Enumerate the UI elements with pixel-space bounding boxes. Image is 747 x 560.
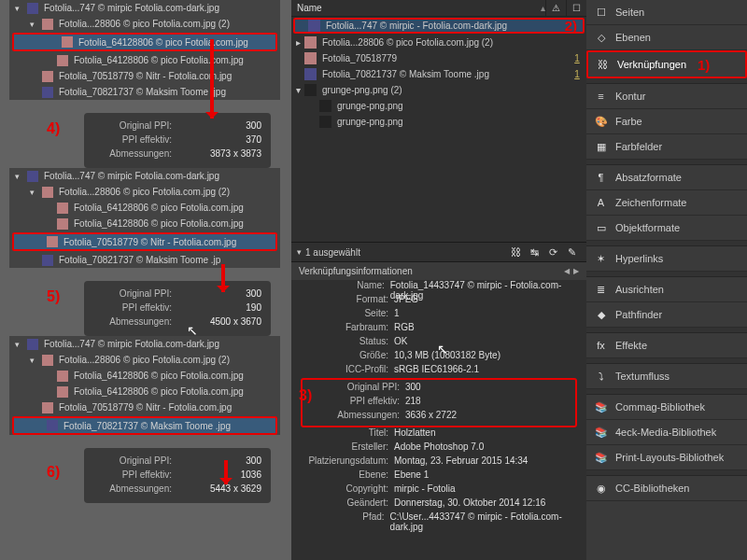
mini-row[interactable]: Fotolia_64128806 © pico Fotolia.com.jpg [9, 216, 280, 231]
link-info-header[interactable]: Verknüpfungsinformationen ◀ ▶ [291, 262, 586, 280]
sidebar-item-effekte[interactable]: fxEffekte [586, 333, 747, 358]
disclosure-triangle-icon[interactable] [28, 356, 36, 365]
stats-box: Original PPI:300PPI effektiv:370Abmessun… [84, 113, 271, 168]
sidebar-item-ausrichten[interactable]: ≣Ausrichten [586, 277, 747, 302]
info-value: Adobe Photoshop 7.0 [394, 441, 484, 455]
sidebar-item-label: Print-Layouts-Bibliothek [615, 452, 724, 463]
sidebar-item-label: CC-Bibliotheken [615, 483, 689, 494]
disclosure-triangle-icon[interactable] [28, 188, 36, 197]
info-key: Status: [291, 336, 394, 350]
sidebar-item-label: Textumfluss [615, 371, 669, 382]
mini-row-label: Fotolia_64128806 © pico Fotolia.com.jpg [74, 203, 244, 213]
relink-icon[interactable]: ⛓ [506, 246, 525, 258]
thumbnail-icon [304, 52, 317, 64]
mini-row-label: Fotolia...28806 © pico Fotolia.com.jpg (… [59, 19, 230, 29]
links-header[interactable]: Name ▴ ⚠ ☐ [291, 0, 586, 17]
sidebar-item-farbfelder[interactable]: ▦Farbfelder [586, 134, 747, 160]
edit-icon[interactable]: ✎ [562, 246, 581, 259]
thumbnail-icon [42, 255, 53, 266]
disclosure-triangle-icon[interactable] [13, 340, 21, 349]
sidebar-item-label: Seiten [615, 7, 644, 18]
mini-row[interactable]: Fotolia...28806 © pico Fotolia.com.jpg (… [9, 352, 280, 368]
page-link[interactable]: 1 [568, 53, 586, 63]
mini-row-label: Fotolia...747 © mirpic Fotolia.com-dark.… [44, 339, 219, 349]
mini-row-label: Fotolia_64128806 © pico Fotolia.com.jpg [74, 55, 244, 65]
link-row[interactable]: Fotolia_70821737 © Maksim Toome .jpg1 [291, 66, 586, 82]
mini-row[interactable]: Fotolia_70518779 © Nitr - Fotolia.com.jp… [9, 68, 280, 84]
sidebar-item-farbe[interactable]: 🎨Farbe [586, 109, 747, 134]
panel-icon: 🎨 [594, 116, 608, 128]
link-row[interactable]: Fotolia_705187791 [291, 50, 586, 66]
panel-icon: ¶ [594, 172, 608, 183]
sidebar-item-label: Kontur [615, 91, 645, 102]
mini-row[interactable]: Fotolia_64128806 © pico Fotolia.com.jpg [9, 384, 280, 399]
badge-6): 6) [47, 464, 60, 481]
link-row[interactable]: ▸Fotolia...28806 © pico Fotolia.com.jpg … [291, 35, 586, 50]
arrow-4 [210, 39, 214, 119]
mini-row-label: Fotolia...28806 © pico Fotolia.com.jpg (… [59, 355, 230, 365]
sidebar-item-label: Verknüpfungen [617, 59, 686, 70]
disclosure-triangle-icon[interactable] [13, 172, 21, 181]
goto-icon[interactable]: ↹ [525, 246, 543, 259]
left-preview-column: Fotolia...747 © mirpic Fotolia.com-dark.… [0, 0, 287, 560]
disclosure-triangle-icon[interactable]: ▾ [291, 85, 304, 95]
sidebar-item-objektformate[interactable]: ▭Objektformate [586, 216, 747, 241]
sidebar-item-verkn-pfungen[interactable]: ⛓Verknüpfungen1) [586, 50, 747, 78]
disclosure-triangle-icon[interactable] [28, 20, 36, 29]
sidebar-item-label: Farbe [615, 116, 642, 127]
mini-row[interactable]: Fotolia...28806 © pico Fotolia.com.jpg (… [9, 184, 280, 200]
mini-row-selected[interactable]: Fotolia_70821737 © Maksim Toome .jpg [12, 416, 277, 435]
disclosure-triangle-icon[interactable] [13, 4, 21, 13]
mini-row[interactable]: Fotolia...747 © mirpic Fotolia.com-dark.… [9, 336, 280, 352]
update-icon[interactable]: ⟳ [543, 246, 562, 259]
thumbnail-icon [57, 371, 68, 382]
link-row-selected[interactable]: Fotolia...747 © mirpic - Fotolia.com-dar… [293, 18, 585, 34]
info-key: ICC-Profil: [291, 364, 394, 378]
info-value: RGB [394, 322, 415, 336]
mini-row[interactable]: Fotolia_70821737 © Maksim Toome .jp [9, 252, 280, 268]
sidebar-item-pathfinder[interactable]: ◆Pathfinder [586, 302, 747, 328]
panel-icon: ▦ [594, 141, 608, 153]
col-warn[interactable]: ⚠ [545, 0, 566, 17]
sidebar-item-kontur[interactable]: ≡Kontur [586, 84, 747, 109]
links-panel: Name ▴ ⚠ ☐ Fotolia...747 © mirpic - Foto… [291, 0, 586, 560]
info-value: mirpic - Fotolia [394, 483, 456, 497]
link-row[interactable]: grunge-png.png [291, 114, 586, 130]
thumbnail-icon [27, 3, 38, 14]
sidebar-item-zeichenformate[interactable]: AZeichenformate [586, 190, 747, 216]
mini-row-selected[interactable]: Fotolia_70518779 © Nitr - Fotolia.com.jp… [12, 232, 277, 251]
sidebar-item-hyperlinks[interactable]: ✶Hyperlinks [586, 246, 747, 272]
mini-row[interactable]: Fotolia_70821737 © Maksim Toome .jpg [9, 84, 280, 100]
mini-row[interactable]: Fotolia...747 © mirpic Fotolia.com-dark.… [9, 0, 280, 16]
sidebar-item-print-layouts-bibliothek[interactable]: 📚Print-Layouts-Bibliothek [586, 445, 747, 470]
sidebar-item-seiten[interactable]: ☐Seiten [586, 0, 747, 25]
sidebar-item--eck-media-bibliothek[interactable]: 📚4eck-Media-Bibliothek [586, 420, 747, 445]
mini-row[interactable]: Fotolia_64128806 © pico Fotolia.com.jpg [9, 368, 280, 384]
thumbnail-icon [57, 218, 68, 230]
sidebar-item-label: Effekte [615, 340, 647, 351]
mini-row[interactable]: Fotolia_64128806 © pico Fotolia.com.jpg [9, 52, 280, 68]
sidebar-item-absatzformate[interactable]: ¶Absatzformate [586, 165, 747, 190]
sidebar-item-cc-bibliotheken[interactable]: ◉CC-Bibliotheken [586, 476, 747, 501]
col-name[interactable]: Name [291, 3, 541, 13]
arrow-6 [224, 460, 228, 484]
disclosure-triangle-icon[interactable]: ▸ [291, 37, 304, 48]
mini-row[interactable]: Fotolia_70518779 © Nitr - Fotolia.com.jp… [9, 399, 280, 415]
sidebar-item-ebenen[interactable]: ◇Ebenen [586, 25, 747, 50]
mini-row[interactable]: Fotolia...28806 © pico Fotolia.com.jpg (… [9, 16, 280, 32]
sidebar-item-textumfluss[interactable]: ⤵Textumfluss [586, 364, 747, 389]
mini-row-label: Fotolia_64128806 © pico Fotolia.com.jpg [78, 37, 248, 48]
col-page[interactable]: ☐ [566, 0, 586, 17]
mini-row-label: Fotolia_70518779 © Nitr - Fotolia.com.jp… [59, 71, 232, 81]
link-row[interactable]: ▾grunge-png.png (2) [291, 82, 586, 98]
ppi-highlight-box: Original PPI:300PPI effektiv:218Abmessun… [301, 378, 577, 427]
thumbnail-icon [62, 36, 73, 48]
info-key: Copyright: [291, 483, 394, 497]
sidebar-item-label: Ausrichten [615, 284, 664, 295]
sidebar-item-commag-bibliothek[interactable]: 📚Commag-Bibliothek [586, 395, 747, 420]
mini-row-selected[interactable]: Fotolia_64128806 © pico Fotolia.com.jpg [12, 33, 277, 51]
page-link[interactable]: 1 [568, 69, 586, 79]
link-row[interactable]: grunge-png.png [291, 98, 586, 114]
mini-row[interactable]: Fotolia_64128806 © pico Fotolia.com.jpg [9, 200, 280, 216]
mini-row[interactable]: Fotolia...747 © mirpic Fotolia.com-dark.… [9, 168, 280, 184]
